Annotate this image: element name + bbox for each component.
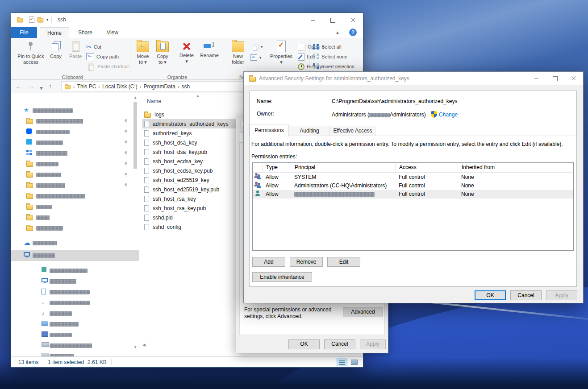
sidebar-item[interactable] (11, 223, 139, 234)
folder-icon[interactable] (38, 18, 44, 23)
sort-ascending-icon[interactable]: ▲ (196, 94, 200, 98)
large-icons-view-button[interactable] (349, 358, 359, 366)
copy-to-button[interactable]: Copy to ▾ (153, 40, 172, 74)
sidebar-item[interactable] (11, 330, 139, 340)
change-owner-link[interactable]: Change (439, 112, 458, 118)
column-header-access[interactable]: Access (396, 163, 458, 172)
sidebar-item[interactable] (11, 276, 139, 287)
recent-locations-icon[interactable]: ▾ (40, 84, 43, 92)
sidebar-scrollbar[interactable]: ▲ ▼ (133, 94, 138, 356)
sidebar-item[interactable] (11, 159, 139, 170)
file-row[interactable]: ssh_host_ed25519_key (142, 175, 237, 185)
sidebar-item[interactable] (11, 265, 139, 276)
help-icon[interactable]: ? (349, 29, 357, 36)
sidebar-item[interactable] (11, 319, 139, 330)
apply-button[interactable]: Apply (360, 339, 386, 349)
copy-path-button[interactable]: Copy path (86, 52, 119, 61)
column-header-principal[interactable]: Principal (291, 163, 396, 172)
file-row[interactable]: administrators_authorized_keys (142, 119, 237, 128)
column-header-inherited-from[interactable]: Inherited from (458, 163, 573, 172)
sidebar-item[interactable]: ★ (11, 105, 139, 116)
paste-button[interactable]: Paste (67, 40, 84, 74)
tab-home[interactable]: Home (40, 27, 69, 38)
file-row[interactable]: ssh_host_dsa_key (142, 138, 237, 147)
properties-button[interactable]: Properties ▾ (267, 40, 295, 74)
permission-entry-row[interactable]: AllowFull controlNone (253, 190, 573, 199)
sidebar-item[interactable] (11, 340, 139, 351)
new-item-button[interactable]: ▾ (250, 42, 263, 51)
file-row[interactable]: ssh_host_rsa_key.pub (142, 203, 237, 213)
tab-auditing[interactable]: Auditing (289, 126, 330, 136)
forward-icon[interactable]: → (28, 82, 34, 90)
add-button[interactable]: Add (252, 257, 285, 267)
file-row[interactable]: sshd.pid (142, 213, 237, 222)
column-header-type[interactable]: Type (263, 163, 291, 172)
file-row[interactable]: ssh_host_dsa_key.pub (142, 147, 237, 157)
breadcrumb-segment[interactable]: This PC (75, 83, 98, 90)
sidebar-item[interactable] (11, 351, 139, 356)
paste-shortcut-button[interactable]: Paste shortcut (86, 62, 129, 71)
file-row[interactable]: ssh_host_ecdsa_key.pub (142, 166, 237, 175)
file-row[interactable]: ssh_host_ed25519_key.pub (142, 185, 237, 194)
back-icon[interactable]: ← (16, 82, 22, 90)
sidebar-item[interactable] (11, 287, 139, 298)
copy-button[interactable]: Copy (46, 40, 66, 74)
chevron-down-icon[interactable]: ▾ (46, 18, 49, 22)
tab-view[interactable]: View (100, 27, 125, 38)
new-folder-button[interactable]: New folder (227, 40, 249, 74)
sidebar-item[interactable] (11, 191, 139, 202)
ok-button[interactable]: OK (288, 339, 320, 349)
sidebar-item[interactable] (11, 148, 139, 159)
sidebar-item[interactable] (11, 250, 139, 261)
sidebar-item[interactable] (11, 212, 139, 223)
hscroll-left-icon[interactable]: ◀ (142, 343, 146, 347)
scroll-down-icon[interactable]: ▼ (133, 345, 137, 349)
sidebar-item[interactable] (11, 202, 139, 212)
maximize-button[interactable] (323, 13, 343, 27)
pin-to-quick-access-button[interactable]: Pin to Quick access (17, 40, 45, 74)
properties-check-icon[interactable] (29, 17, 34, 23)
cancel-button[interactable]: Cancel (510, 290, 542, 300)
column-header-name[interactable]: Name (147, 98, 161, 104)
close-button[interactable] (564, 72, 583, 85)
sidebar-item[interactable] (11, 127, 139, 137)
breadcrumb-segment[interactable]: ssh (179, 83, 192, 90)
advanced-button[interactable]: Advanced (343, 307, 383, 317)
edit-button[interactable]: Edit (327, 257, 360, 267)
remove-button[interactable]: Remove (290, 257, 323, 267)
file-row[interactable]: logs (142, 110, 237, 119)
ok-button[interactable]: OK (475, 290, 506, 300)
permission-entry-row[interactable]: AllowSYSTEMFull controlNone (253, 173, 573, 182)
sidebar-item[interactable] (11, 170, 139, 180)
minimize-button[interactable] (527, 72, 546, 85)
apply-button[interactable]: Apply (546, 290, 577, 300)
breadcrumb-segment[interactable]: Local Disk (C:) (100, 83, 139, 90)
sidebar-item[interactable] (11, 180, 139, 191)
file-row[interactable]: sshd_config (142, 222, 237, 232)
scroll-up-icon[interactable]: ▲ (133, 95, 137, 99)
sidebar-item[interactable] (11, 116, 139, 127)
tab-effective-access[interactable]: Effective Access (330, 126, 375, 136)
column-header-icon[interactable] (253, 163, 263, 172)
cut-button[interactable]: ✂ Cut (86, 42, 101, 51)
invert-selection-button[interactable]: Invert selection (313, 62, 354, 71)
sidebar-item[interactable]: ↓ (11, 298, 139, 308)
file-row[interactable]: ssh_host_rsa_key (142, 194, 237, 203)
tab-permissions[interactable]: Permissions (250, 124, 289, 136)
close-button[interactable] (343, 13, 363, 27)
file-row[interactable]: ssh_host_ecdsa_key (142, 157, 237, 166)
easy-access-button[interactable]: ▾ (250, 53, 262, 62)
permission-entry-row[interactable]: AllowAdministrators (CC-HQ\Administrator… (253, 182, 573, 190)
maximize-button[interactable] (546, 72, 564, 85)
sidebar-item[interactable] (11, 137, 139, 148)
tab-file[interactable]: File (11, 27, 37, 38)
cancel-button[interactable]: Cancel (324, 339, 355, 349)
up-icon[interactable]: ↑ (49, 82, 52, 90)
sidebar-item[interactable]: ♪ (11, 308, 139, 319)
permission-entries-table[interactable]: Type Principal Access Inherited from All… (252, 162, 574, 251)
tab-share[interactable]: Share (72, 27, 99, 38)
scrollbar-thumb[interactable] (133, 102, 137, 169)
details-view-button[interactable] (337, 358, 347, 366)
collapse-ribbon-icon[interactable]: ▲ (335, 30, 340, 35)
delete-button[interactable]: Delete ▾ (176, 40, 197, 74)
